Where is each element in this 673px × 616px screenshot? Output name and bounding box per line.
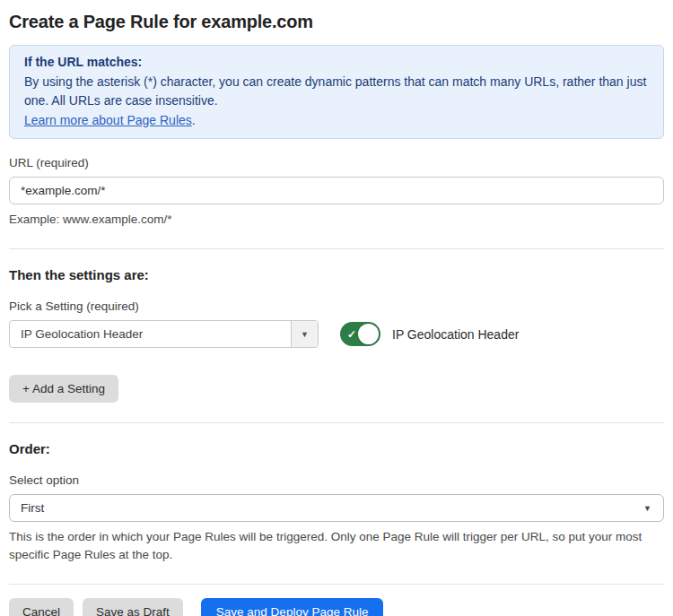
save-as-draft-button[interactable]: Save as Draft bbox=[83, 598, 183, 616]
chevron-down-icon: ▼ bbox=[301, 330, 309, 339]
learn-more-link[interactable]: Learn more about Page Rules bbox=[24, 113, 192, 127]
settings-section-heading: Then the settings are: bbox=[9, 267, 664, 282]
order-select-value: First bbox=[21, 501, 44, 515]
divider bbox=[9, 248, 664, 249]
divider bbox=[9, 584, 664, 585]
url-field-label: URL (required) bbox=[9, 156, 664, 169]
order-helper-text: This is the order in which your Page Rul… bbox=[9, 528, 664, 564]
toggle-label: IP Geolocation Header bbox=[392, 327, 519, 342]
setting-select-value: IP Geolocation Header bbox=[10, 321, 291, 347]
page-title: Create a Page Rule for example.com bbox=[9, 12, 664, 32]
setting-select[interactable]: IP Geolocation Header ▼ bbox=[9, 320, 319, 348]
setting-row: IP Geolocation Header ▼ ✓ IP Geolocation… bbox=[9, 320, 664, 348]
order-select-label: Select option bbox=[9, 473, 664, 487]
toggle-knob bbox=[358, 324, 379, 344]
add-setting-button[interactable]: + Add a Setting bbox=[9, 375, 118, 403]
save-and-deploy-button[interactable]: Save and Deploy Page Rule bbox=[201, 598, 384, 616]
cancel-button[interactable]: Cancel bbox=[9, 598, 74, 616]
info-box-body: By using the asterisk (*) character, you… bbox=[24, 73, 649, 111]
url-match-info-box: If the URL matches: By using the asteris… bbox=[9, 45, 664, 139]
pick-setting-label: Pick a Setting (required) bbox=[9, 299, 664, 313]
page-rule-form: Create a Page Rule for example.com If th… bbox=[0, 12, 673, 616]
check-icon: ✓ bbox=[347, 328, 356, 341]
info-box-link-line: Learn more about Page Rules. bbox=[24, 111, 649, 131]
link-suffix: . bbox=[192, 113, 196, 127]
url-example-helper: Example: www.example.com/* bbox=[9, 211, 664, 229]
chevron-down-icon: ▼ bbox=[643, 504, 651, 513]
order-select[interactable]: First ▼ bbox=[9, 494, 664, 522]
info-box-heading: If the URL matches: bbox=[24, 53, 649, 73]
form-actions: Cancel Save as Draft Save and Deploy Pag… bbox=[9, 598, 664, 616]
url-input[interactable] bbox=[9, 177, 664, 204]
order-section-heading: Order: bbox=[9, 441, 664, 456]
setting-select-arrow-button[interactable]: ▼ bbox=[291, 321, 318, 347]
divider bbox=[9, 422, 664, 423]
ip-geolocation-toggle[interactable]: ✓ bbox=[340, 322, 380, 346]
